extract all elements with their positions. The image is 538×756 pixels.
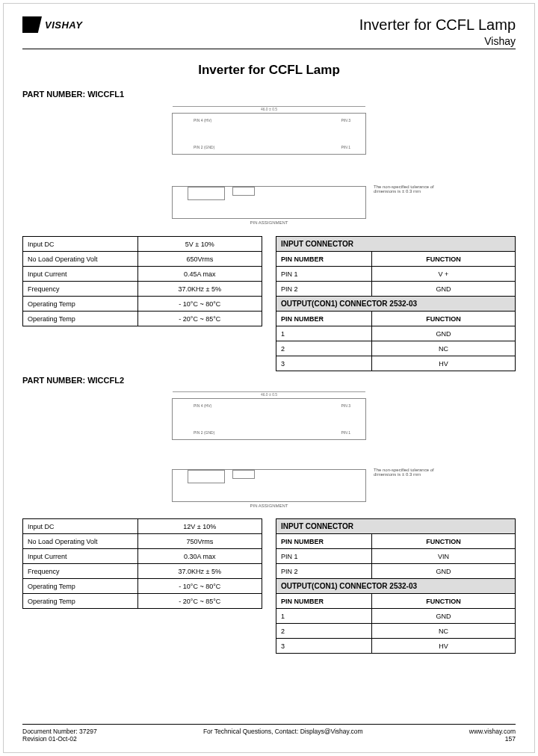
spec-row: No Load Operating Volt650Vrms: [23, 252, 262, 267]
part1-diagram: 46.0 ± 0.5 PIN 4 (HV) PIN 3 PIN 2 (GND) …: [22, 102, 516, 236]
col-pin: PIN NUMBER: [276, 252, 372, 267]
header-subtitle: Vishay: [359, 35, 516, 47]
pin-cell: 3: [276, 639, 372, 654]
col-func: FUNCTION: [372, 594, 516, 609]
footer-contact: For Technical Questions, Contact: Displa…: [203, 728, 363, 743]
conn-row: PIN 1V +: [276, 267, 516, 282]
pin1-label: PIN 1: [341, 430, 350, 435]
func-cell: NC: [372, 624, 516, 639]
header: VISHAY Inverter for CCFL Lamp Vishay: [22, 16, 516, 49]
col-pin: PIN NUMBER: [276, 594, 372, 609]
spec-val: 0.30A max: [137, 549, 262, 564]
spec-key: Operating Temp: [23, 297, 138, 312]
brand-text: VISHAY: [45, 19, 82, 31]
pin-cell: 1: [276, 609, 372, 624]
dim-width: 46.0 ± 0.5: [173, 106, 365, 111]
pin-cell: 2: [276, 341, 372, 356]
doc-number: Document Number: 37297: [22, 728, 97, 735]
spec-key: Operating Temp: [23, 594, 138, 609]
header-right: Inverter for CCFL Lamp Vishay: [359, 16, 516, 47]
func-cell: VIN: [372, 549, 516, 564]
logo: VISHAY: [22, 16, 82, 33]
part2-spec-table: Input DC12V ± 10% No Load Operating Volt…: [22, 518, 262, 609]
part2-label: PART NUMBER: WICCFL2: [22, 376, 516, 385]
tolerance-note: The non-specified tolerance of dimension…: [374, 468, 448, 477]
pin3-label: PIN 3: [341, 118, 350, 123]
conn-row: 1GND: [276, 609, 516, 624]
func-cell: GND: [372, 609, 516, 624]
part1-output-connector-table: OUTPUT(CON1) CONNECTOR 2532-03 PIN NUMBE…: [276, 296, 516, 371]
revision: Revision 01-Oct-02: [22, 735, 97, 743]
spec-row: Operating Temp- 10°C ~ 80°C: [23, 579, 262, 594]
part1-spec-table: Input DC5V ± 10% No Load Operating Volt6…: [22, 236, 262, 326]
col-func: FUNCTION: [372, 252, 516, 267]
part2-tables: Input DC12V ± 10% No Load Operating Volt…: [22, 518, 516, 654]
pin-cell: 3: [276, 356, 372, 371]
func-cell: GND: [372, 326, 516, 341]
spec-key: Input DC: [23, 237, 138, 252]
part2-input-connector-table: INPUT CONNECTOR PIN NUMBERFUNCTION PIN 1…: [276, 518, 516, 579]
page-title: Inverter for CCFL Lamp: [22, 63, 516, 78]
spec-row: Operating Temp- 20°C ~ 85°C: [23, 312, 262, 326]
footer-url: www.vishay.com: [469, 728, 516, 735]
spec-row: Operating Temp- 20°C ~ 85°C: [23, 594, 262, 609]
col-func: FUNCTION: [372, 312, 516, 326]
pin-cell: PIN 2: [276, 282, 372, 297]
spec-row: No Load Operating Volt750Vrms: [23, 534, 262, 549]
col-pin: PIN NUMBER: [276, 312, 372, 326]
func-cell: GND: [372, 282, 516, 297]
input-conn-title: INPUT CONNECTOR: [276, 519, 516, 534]
footer-right: www.vishay.com 157: [469, 728, 516, 743]
conn-row: 1GND: [276, 326, 516, 341]
spec-val: - 20°C ~ 85°C: [137, 312, 262, 326]
pin3-label: PIN 3: [341, 403, 350, 408]
spec-row: Frequency37.0KHz ± 5%: [23, 282, 262, 297]
pin-assignment-label: PIN ASSIGNMENT: [172, 504, 366, 508]
footer: Document Number: 37297 Revision 01-Oct-0…: [22, 724, 516, 743]
pin-cell: PIN 1: [276, 267, 372, 282]
spec-row: Input DC12V ± 10%: [23, 519, 262, 534]
output-conn-title: OUTPUT(CON1) CONNECTOR 2532-03: [276, 297, 516, 312]
tolerance-note: The non-specified tolerance of dimension…: [374, 185, 448, 193]
spec-key: Frequency: [23, 282, 138, 297]
spec-key: Frequency: [23, 564, 138, 579]
component-block: [232, 187, 255, 196]
pin-cell: PIN 1: [276, 549, 372, 564]
pin2-label: PIN 2 (GND): [194, 430, 214, 435]
part2-diagram: 46.0 ± 0.5 PIN 4 (HV) PIN 3 PIN 2 (GND) …: [22, 388, 516, 518]
spec-key: No Load Operating Volt: [23, 534, 138, 549]
spec-val: - 20°C ~ 85°C: [137, 594, 262, 609]
pin4-label: PIN 4 (HV): [194, 118, 211, 123]
page-number: 157: [469, 735, 516, 743]
spec-val: - 10°C ~ 80°C: [137, 297, 262, 312]
conn-row: PIN 1VIN: [276, 549, 516, 564]
pin1-label: PIN 1: [341, 145, 350, 149]
header-title: Inverter for CCFL Lamp: [359, 16, 516, 34]
spec-key: Input DC: [23, 519, 138, 534]
part2-side-view: [172, 469, 366, 502]
conn-row: 3HV: [276, 356, 516, 371]
spec-val: 0.45A max: [137, 267, 262, 282]
func-cell: NC: [372, 341, 516, 356]
spec-row: Input Current0.30A max: [23, 549, 262, 564]
vishay-flag-icon: [22, 16, 42, 33]
col-pin: PIN NUMBER: [276, 534, 372, 549]
spec-row: Operating Temp- 10°C ~ 80°C: [23, 297, 262, 312]
conn-row: 3HV: [276, 639, 516, 654]
pin-assignment-label: PIN ASSIGNMENT: [172, 220, 366, 225]
part1-tables: Input DC5V ± 10% No Load Operating Volt6…: [22, 236, 516, 371]
part1-top-view: 46.0 ± 0.5 PIN 4 (HV) PIN 3 PIN 2 (GND) …: [172, 113, 366, 155]
footer-left: Document Number: 37297 Revision 01-Oct-0…: [22, 728, 97, 743]
part2-output-connector-table: OUTPUT(CON1) CONNECTOR 2532-03 PIN NUMBE…: [276, 578, 516, 654]
spec-val: 37.0KHz ± 5%: [137, 282, 262, 297]
spec-row: Input DC5V ± 10%: [23, 237, 262, 252]
spec-val: 750Vrms: [137, 534, 262, 549]
pin2-label: PIN 2 (GND): [194, 145, 214, 149]
func-cell: HV: [372, 356, 516, 371]
spec-key: Operating Temp: [23, 579, 138, 594]
component-block: [188, 187, 225, 200]
spec-row: Frequency37.0KHz ± 5%: [23, 564, 262, 579]
spec-key: Operating Temp: [23, 312, 138, 326]
pin4-label: PIN 4 (HV): [194, 403, 211, 408]
pin-cell: PIN 2: [276, 564, 372, 579]
